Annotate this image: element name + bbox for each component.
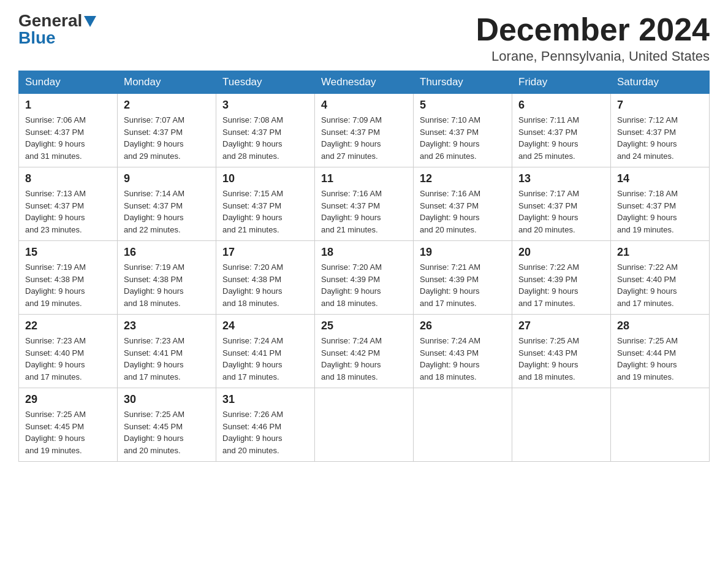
day-number: 16 bbox=[124, 246, 210, 259]
day-number: 17 bbox=[222, 246, 308, 259]
day-cell: 17 Sunrise: 7:20 AM Sunset: 4:38 PM Dayl… bbox=[216, 241, 315, 315]
day-cell: 6 Sunrise: 7:11 AM Sunset: 4:37 PM Dayli… bbox=[512, 94, 611, 167]
day-info: Sunrise: 7:20 AM Sunset: 4:39 PM Dayligh… bbox=[321, 262, 382, 308]
day-cell: 15 Sunrise: 7:19 AM Sunset: 4:38 PM Dayl… bbox=[19, 241, 118, 315]
day-info: Sunrise: 7:22 AM Sunset: 4:40 PM Dayligh… bbox=[617, 262, 678, 308]
day-cell: 26 Sunrise: 7:24 AM Sunset: 4:43 PM Dayl… bbox=[414, 315, 512, 388]
day-number: 3 bbox=[222, 99, 308, 112]
day-cell: 1 Sunrise: 7:06 AM Sunset: 4:37 PM Dayli… bbox=[19, 94, 118, 167]
day-cell: 19 Sunrise: 7:21 AM Sunset: 4:39 PM Dayl… bbox=[414, 241, 512, 315]
day-number: 12 bbox=[420, 172, 506, 185]
day-number: 7 bbox=[617, 99, 703, 112]
day-cell: 18 Sunrise: 7:20 AM Sunset: 4:39 PM Dayl… bbox=[315, 241, 414, 315]
day-info: Sunrise: 7:14 AM Sunset: 4:37 PM Dayligh… bbox=[124, 189, 184, 234]
day-info: Sunrise: 7:09 AM Sunset: 4:37 PM Dayligh… bbox=[321, 115, 382, 161]
day-number: 21 bbox=[617, 246, 703, 259]
header-wednesday: Wednesday bbox=[315, 71, 414, 94]
day-number: 1 bbox=[25, 99, 111, 112]
week-row-1: 1 Sunrise: 7:06 AM Sunset: 4:37 PM Dayli… bbox=[19, 94, 710, 167]
day-cell: 12 Sunrise: 7:16 AM Sunset: 4:37 PM Dayl… bbox=[414, 167, 512, 241]
day-info: Sunrise: 7:19 AM Sunset: 4:38 PM Dayligh… bbox=[124, 262, 184, 308]
day-cell: 16 Sunrise: 7:19 AM Sunset: 4:38 PM Dayl… bbox=[118, 241, 216, 315]
day-info: Sunrise: 7:17 AM Sunset: 4:37 PM Dayligh… bbox=[518, 189, 579, 234]
day-info: Sunrise: 7:16 AM Sunset: 4:37 PM Dayligh… bbox=[420, 189, 480, 234]
day-number: 14 bbox=[617, 172, 703, 185]
logo: General Blue bbox=[18, 12, 96, 47]
day-info: Sunrise: 7:18 AM Sunset: 4:37 PM Dayligh… bbox=[617, 189, 678, 234]
logo-blue-text: Blue bbox=[18, 28, 56, 47]
day-info: Sunrise: 7:24 AM Sunset: 4:43 PM Dayligh… bbox=[420, 336, 480, 381]
day-info: Sunrise: 7:24 AM Sunset: 4:42 PM Dayligh… bbox=[321, 336, 382, 381]
page-header: General Blue December 2024 Lorane, Penns… bbox=[18, 12, 710, 64]
day-cell: 24 Sunrise: 7:24 AM Sunset: 4:41 PM Dayl… bbox=[216, 315, 315, 388]
day-info: Sunrise: 7:20 AM Sunset: 4:38 PM Dayligh… bbox=[222, 262, 283, 308]
day-number: 27 bbox=[518, 320, 604, 332]
day-cell bbox=[512, 388, 611, 462]
day-number: 9 bbox=[124, 172, 210, 185]
week-row-5: 29 Sunrise: 7:25 AM Sunset: 4:45 PM Dayl… bbox=[19, 388, 710, 462]
calendar-table: SundayMondayTuesdayWednesdayThursdayFrid… bbox=[18, 71, 710, 462]
header-row: SundayMondayTuesdayWednesdayThursdayFrid… bbox=[19, 71, 710, 94]
day-cell: 4 Sunrise: 7:09 AM Sunset: 4:37 PM Dayli… bbox=[315, 94, 414, 167]
day-number: 11 bbox=[321, 172, 407, 185]
day-info: Sunrise: 7:21 AM Sunset: 4:39 PM Dayligh… bbox=[420, 262, 480, 308]
day-info: Sunrise: 7:22 AM Sunset: 4:39 PM Dayligh… bbox=[518, 262, 579, 308]
day-info: Sunrise: 7:11 AM Sunset: 4:37 PM Dayligh… bbox=[518, 115, 579, 161]
day-cell: 31 Sunrise: 7:26 AM Sunset: 4:46 PM Dayl… bbox=[216, 388, 315, 462]
day-info: Sunrise: 7:25 AM Sunset: 4:43 PM Dayligh… bbox=[518, 336, 579, 381]
day-info: Sunrise: 7:26 AM Sunset: 4:46 PM Dayligh… bbox=[222, 410, 283, 455]
day-number: 4 bbox=[321, 99, 407, 112]
week-row-4: 22 Sunrise: 7:23 AM Sunset: 4:40 PM Dayl… bbox=[19, 315, 710, 388]
day-cell: 29 Sunrise: 7:25 AM Sunset: 4:45 PM Dayl… bbox=[19, 388, 118, 462]
day-cell: 14 Sunrise: 7:18 AM Sunset: 4:37 PM Dayl… bbox=[611, 167, 710, 241]
day-info: Sunrise: 7:15 AM Sunset: 4:37 PM Dayligh… bbox=[222, 189, 283, 234]
day-info: Sunrise: 7:07 AM Sunset: 4:37 PM Dayligh… bbox=[124, 115, 184, 161]
day-cell: 22 Sunrise: 7:23 AM Sunset: 4:40 PM Dayl… bbox=[19, 315, 118, 388]
day-number: 20 bbox=[518, 246, 604, 259]
day-number: 26 bbox=[420, 320, 506, 332]
location-title: Lorane, Pennsylvania, United States bbox=[476, 48, 710, 64]
day-number: 31 bbox=[222, 393, 308, 406]
week-row-3: 15 Sunrise: 7:19 AM Sunset: 4:38 PM Dayl… bbox=[19, 241, 710, 315]
header-thursday: Thursday bbox=[414, 71, 512, 94]
day-number: 30 bbox=[124, 393, 210, 406]
day-cell: 7 Sunrise: 7:12 AM Sunset: 4:37 PM Dayli… bbox=[611, 94, 710, 167]
day-number: 15 bbox=[25, 246, 111, 259]
day-number: 18 bbox=[321, 246, 407, 259]
header-tuesday: Tuesday bbox=[216, 71, 315, 94]
day-info: Sunrise: 7:16 AM Sunset: 4:37 PM Dayligh… bbox=[321, 189, 382, 234]
header-saturday: Saturday bbox=[611, 71, 710, 94]
day-number: 23 bbox=[124, 320, 210, 332]
logo-blue-line: Blue bbox=[18, 29, 56, 47]
day-cell: 8 Sunrise: 7:13 AM Sunset: 4:37 PM Dayli… bbox=[19, 167, 118, 241]
day-info: Sunrise: 7:23 AM Sunset: 4:40 PM Dayligh… bbox=[25, 336, 86, 381]
week-row-2: 8 Sunrise: 7:13 AM Sunset: 4:37 PM Dayli… bbox=[19, 167, 710, 241]
day-cell bbox=[611, 388, 710, 462]
day-number: 8 bbox=[25, 172, 111, 185]
day-info: Sunrise: 7:10 AM Sunset: 4:37 PM Dayligh… bbox=[420, 115, 480, 161]
day-info: Sunrise: 7:06 AM Sunset: 4:37 PM Dayligh… bbox=[25, 115, 86, 161]
day-cell: 5 Sunrise: 7:10 AM Sunset: 4:37 PM Dayli… bbox=[414, 94, 512, 167]
day-cell: 27 Sunrise: 7:25 AM Sunset: 4:43 PM Dayl… bbox=[512, 315, 611, 388]
day-cell: 3 Sunrise: 7:08 AM Sunset: 4:37 PM Dayli… bbox=[216, 94, 315, 167]
day-cell: 20 Sunrise: 7:22 AM Sunset: 4:39 PM Dayl… bbox=[512, 241, 611, 315]
day-cell bbox=[315, 388, 414, 462]
day-info: Sunrise: 7:24 AM Sunset: 4:41 PM Dayligh… bbox=[222, 336, 283, 381]
day-cell bbox=[414, 388, 512, 462]
day-number: 24 bbox=[222, 320, 308, 332]
day-cell: 30 Sunrise: 7:25 AM Sunset: 4:45 PM Dayl… bbox=[118, 388, 216, 462]
day-info: Sunrise: 7:25 AM Sunset: 4:45 PM Dayligh… bbox=[124, 410, 184, 455]
logo-general-line: General bbox=[18, 12, 96, 29]
day-cell: 11 Sunrise: 7:16 AM Sunset: 4:37 PM Dayl… bbox=[315, 167, 414, 241]
day-cell: 13 Sunrise: 7:17 AM Sunset: 4:37 PM Dayl… bbox=[512, 167, 611, 241]
day-cell: 25 Sunrise: 7:24 AM Sunset: 4:42 PM Dayl… bbox=[315, 315, 414, 388]
header-sunday: Sunday bbox=[19, 71, 118, 94]
title-block: December 2024 Lorane, Pennsylvania, Unit… bbox=[476, 12, 710, 64]
day-number: 19 bbox=[420, 246, 506, 259]
day-number: 6 bbox=[518, 99, 604, 112]
day-info: Sunrise: 7:25 AM Sunset: 4:45 PM Dayligh… bbox=[25, 410, 86, 455]
day-number: 13 bbox=[518, 172, 604, 185]
day-number: 10 bbox=[222, 172, 308, 185]
day-number: 22 bbox=[25, 320, 111, 332]
day-info: Sunrise: 7:13 AM Sunset: 4:37 PM Dayligh… bbox=[25, 189, 86, 234]
